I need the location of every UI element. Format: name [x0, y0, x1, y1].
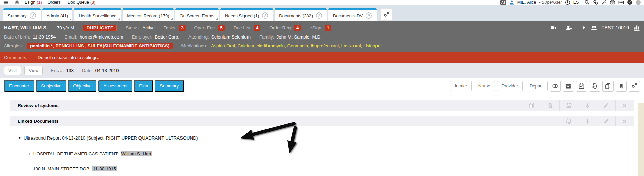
duplicate-badge[interactable]: DUPLICATE	[83, 25, 117, 31]
add-person-icon[interactable]	[566, 25, 572, 31]
medication-link[interactable]: Lisinopril	[361, 43, 381, 48]
link-icon[interactable]	[593, 0, 598, 5]
medication-link[interactable]: Aspirin Oral	[211, 43, 235, 48]
pencil-icon	[603, 119, 609, 124]
allergies-value[interactable]: penicillin *, PENICILLINS , SULFA(SULFON…	[27, 43, 173, 49]
journal-section-button[interactable]	[559, 100, 578, 111]
globe-icon[interactable]	[610, 0, 615, 5]
view-toggle-button[interactable]	[550, 81, 561, 92]
tab-settings-button[interactable]	[380, 8, 392, 21]
tab-assessment[interactable]: Assessment	[98, 80, 132, 92]
tab-documents[interactable]: Documents (282)	[275, 8, 327, 21]
people-icon[interactable]	[591, 25, 597, 31]
close-section-button[interactable]	[615, 116, 634, 126]
provider-button[interactable]: Provider	[497, 81, 523, 91]
email-value[interactable]: horner@mieweb.com	[80, 34, 123, 40]
medication-link[interactable]: Lasix oral	[339, 43, 361, 48]
nav-item-orders[interactable]: Orders	[48, 0, 62, 5]
order-req-count-badge[interactable]: 4	[294, 25, 301, 31]
hamburger-menu-icon[interactable]	[3, 0, 8, 5]
nav-item-doc-queue[interactable]: Doc Queue(3)	[68, 0, 96, 5]
medication-link[interactable]: clarithromycin	[254, 43, 285, 48]
esign-count-badge[interactable]: 1	[325, 25, 331, 31]
user-name[interactable]: MIE, Alice	[517, 0, 536, 5]
patient-allergies-row: Allergies: penicillin *, PENICILLINS , S…	[4, 43, 640, 49]
popout-icon[interactable]	[365, 12, 372, 19]
archive-button[interactable]	[563, 81, 574, 92]
edit-section-button[interactable]	[597, 116, 615, 126]
schedule-button[interactable]	[576, 81, 587, 92]
tab-encounter[interactable]: Encounter	[4, 80, 34, 92]
view-button[interactable]: View	[24, 66, 43, 75]
visit-button[interactable]: Visit	[4, 66, 21, 75]
linked-document-item[interactable]: • Ultrasound Report 04-13-2010 (Subject:…	[19, 135, 644, 141]
patient-name[interactable]: HART, WILLIAM S.	[4, 25, 48, 30]
medication-link[interactable]: Calcium	[235, 43, 254, 48]
chart-stats-icon[interactable]	[634, 25, 640, 31]
open-enc-count-badge[interactable]: 5	[218, 25, 224, 31]
close-section-button[interactable]	[615, 100, 634, 111]
divider	[561, 25, 561, 31]
medication-link[interactable]: ibuprofen oral	[308, 43, 339, 48]
tab-medical-record[interactable]: Medical Record (179)	[123, 8, 173, 21]
tab-label: Medical Record (179)	[127, 13, 169, 18]
tab-on-screen-forms[interactable]: On Screen Forms	[175, 8, 219, 21]
webchart-app: Esign(1) Orders Doc Queue(3) AI MIE, Ali…	[0, 0, 644, 176]
tab-subjective[interactable]: Subjective	[36, 80, 66, 92]
tab-objective[interactable]: Objective	[68, 80, 96, 92]
encounter-bar: Visit View Enc #:133 Date:04-13-2010	[0, 63, 644, 78]
delete-section-button[interactable]	[541, 100, 559, 111]
medication-link[interactable]: Coumadin	[285, 43, 308, 48]
gears-icon	[631, 83, 638, 89]
intake-button[interactable]: Intake	[450, 81, 471, 91]
nav-item-esign[interactable]: Esign(1)	[25, 0, 42, 5]
linked-document-title[interactable]: Ultrasound Report 04-13-2010 (Subject: R…	[24, 135, 198, 141]
lightning-bolt-icon[interactable]	[581, 25, 586, 31]
journal-button[interactable]	[589, 81, 600, 92]
tab-summary[interactable]: Summary	[3, 8, 41, 21]
keyboard-icon[interactable]	[618, 0, 624, 5]
document-detail-text: 100 N. MAIN STREET DOB:	[33, 166, 91, 171]
microphone-icon	[585, 103, 590, 108]
depart-button[interactable]: Depart	[525, 81, 548, 91]
close-icon	[622, 103, 627, 108]
settings-button[interactable]	[629, 81, 640, 92]
copy-section-button[interactable]	[522, 100, 541, 111]
search-icon[interactable]	[584, 0, 590, 5]
nurse-button[interactable]: Nurse	[474, 81, 495, 91]
dictate-section-button[interactable]	[578, 116, 597, 126]
tab-documents-dv[interactable]: Documents-DV	[328, 8, 377, 21]
popout-icon[interactable]	[262, 12, 269, 19]
avatar[interactable]	[636, 0, 641, 5]
nav-count: (3)	[90, 0, 95, 5]
home-icon[interactable]	[14, 0, 20, 5]
nav-count: (1)	[37, 0, 42, 5]
enc-number-value: 133	[66, 68, 74, 73]
tab-needs-signed[interactable]: Needs Signed (1)	[220, 8, 273, 21]
edit-section-button[interactable]	[597, 100, 615, 111]
attending-value: Selenium Selenium	[211, 34, 251, 40]
attending-label: Attending:	[188, 34, 209, 40]
clock-icon[interactable]	[565, 0, 570, 5]
tab-admin[interactable]: Admin (41)	[42, 8, 73, 21]
journal-section-button[interactable]	[559, 116, 578, 126]
tab-plan[interactable]: Plan	[134, 80, 153, 92]
ai-badge[interactable]: AI	[500, 0, 506, 5]
copy-chart-button[interactable]	[602, 81, 614, 92]
popout-icon[interactable]	[316, 12, 322, 19]
due-list-count-badge[interactable]: 4	[254, 25, 260, 31]
dictate-section-button[interactable]	[578, 100, 597, 111]
bookmark-button[interactable]	[616, 81, 627, 92]
popout-icon[interactable]	[29, 12, 36, 19]
dob-label: Date of birth:	[4, 34, 30, 40]
tasks-label: Tasks:	[164, 25, 176, 30]
tab-note-summary[interactable]: Summary	[155, 80, 184, 92]
video-camera-icon[interactable]	[550, 25, 557, 31]
tasks-count-badge[interactable]: 3	[179, 25, 185, 31]
tab-health-surveillance[interactable]: Health Surveillance	[74, 8, 121, 21]
document-detail-line: 100 N. MAIN STREET DOB: 11-30-1915	[33, 166, 644, 171]
help-icon[interactable]	[627, 0, 632, 5]
section-review-of-systems: Review of systems	[10, 100, 634, 111]
book-icon	[566, 103, 572, 108]
wand-icon[interactable]	[601, 0, 607, 5]
